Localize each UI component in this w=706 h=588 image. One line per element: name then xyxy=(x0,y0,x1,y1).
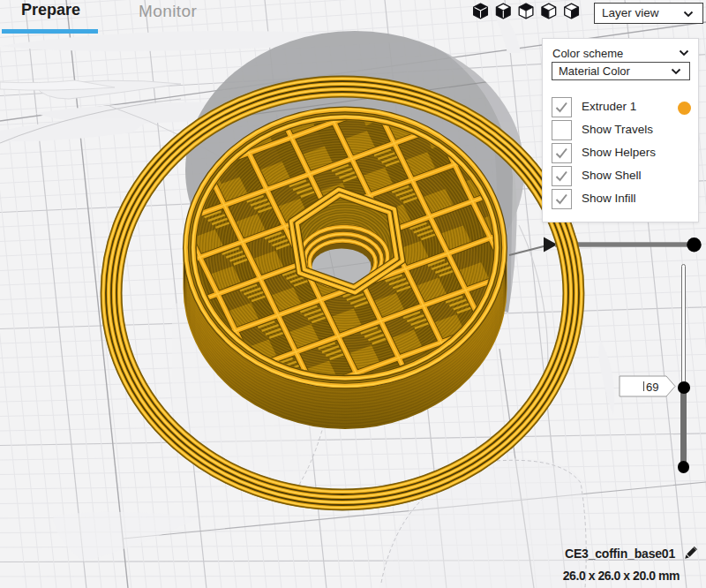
svg-text:69: 69 xyxy=(646,381,658,394)
